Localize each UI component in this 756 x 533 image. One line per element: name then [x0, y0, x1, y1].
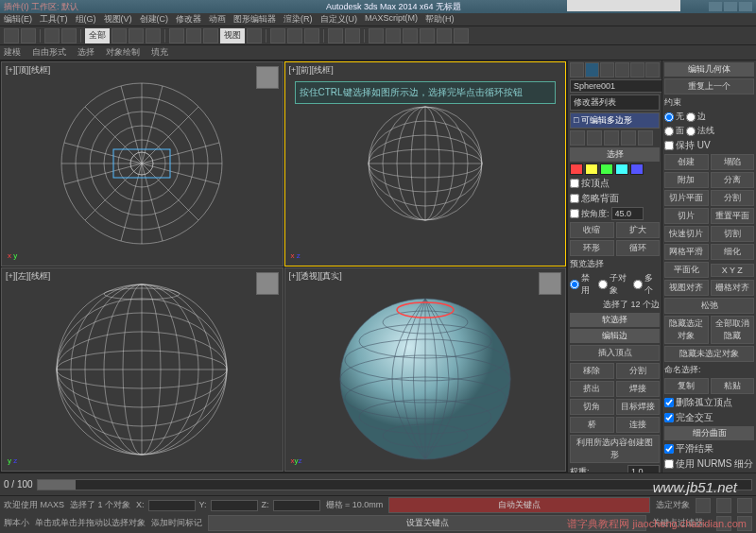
ring-button[interactable]: 环形 — [570, 240, 614, 256]
tab-modify[interactable] — [585, 62, 599, 77]
bridge-button[interactable]: 桥 — [570, 417, 614, 433]
menu-customize[interactable]: 自定义(U) — [320, 13, 358, 26]
curve-editor-button[interactable] — [386, 28, 401, 43]
remove-button[interactable]: 移除 — [570, 363, 614, 379]
ref-coord-dropdown[interactable]: 视图 — [220, 28, 245, 43]
menu-view[interactable]: 视图(V) — [104, 13, 132, 26]
collapse-button[interactable]: 塌陷 — [711, 154, 755, 170]
ribbon-populate[interactable]: 填充 — [151, 46, 168, 59]
viewcube-persp[interactable] — [539, 272, 561, 295]
nav-pan-button[interactable] — [737, 498, 752, 513]
snap-button[interactable] — [270, 28, 285, 43]
link-button[interactable] — [44, 28, 60, 43]
configure-button[interactable] — [638, 130, 653, 146]
by-vertex-check[interactable]: 按顶点 — [570, 177, 660, 190]
tab-display[interactable] — [630, 62, 644, 77]
maximize-icon[interactable] — [724, 2, 737, 11]
schematic-button[interactable] — [403, 28, 418, 43]
time-slider[interactable] — [37, 479, 752, 490]
rollout-selection[interactable]: 选择 — [570, 147, 660, 162]
play-button[interactable] — [696, 498, 711, 513]
render-button[interactable] — [454, 28, 469, 43]
connect-button[interactable]: 连接 — [616, 417, 661, 433]
x-input[interactable] — [148, 500, 196, 511]
material-editor-button[interactable] — [420, 28, 435, 43]
grid-align-button[interactable]: 栅格对齐 — [711, 280, 755, 296]
select-filter-dropdown[interactable]: 全部 — [85, 28, 110, 43]
attach-button[interactable]: 附加 — [664, 172, 709, 188]
subobj-border[interactable] — [600, 163, 613, 175]
tab-utilities[interactable] — [645, 62, 660, 77]
subobj-vertex[interactable] — [570, 163, 583, 175]
viewport-front[interactable]: [+][前][线框] 按住CTRL键选择如图所示边，选择完毕点击循环按钮 x z — [284, 61, 567, 266]
menu-help[interactable]: 帮助(H) — [425, 13, 455, 26]
redo-button[interactable] — [21, 28, 36, 43]
menu-tools[interactable]: 工具(T) — [40, 13, 68, 26]
viewport-top[interactable]: [+][顶][线框] x y — [1, 61, 284, 266]
menu-graph[interactable]: 图形编辑器 — [233, 13, 276, 26]
ribbon-freeform[interactable]: 自由形式 — [32, 46, 66, 59]
z-input[interactable] — [273, 500, 320, 511]
rollout-editgeom[interactable]: 编辑几何体 — [664, 62, 754, 77]
ribbon-select[interactable]: 选择 — [77, 46, 94, 59]
angle-spinner[interactable] — [611, 207, 644, 220]
presel-multi[interactable]: 多个 — [633, 272, 660, 297]
undo-button[interactable] — [4, 28, 19, 43]
weld-button[interactable]: 焊接 — [616, 381, 661, 397]
full-interact-check[interactable]: 完全交互 — [664, 411, 754, 424]
pin-stack-button[interactable] — [570, 130, 585, 146]
menu-maxscript[interactable]: MAXScript(M) — [365, 13, 418, 26]
grow-button[interactable]: 扩大 — [616, 222, 661, 238]
select-button[interactable] — [112, 28, 127, 43]
select-region-button[interactable] — [146, 28, 161, 43]
create-button[interactable]: 创建 — [664, 154, 709, 170]
ribbon-modeling[interactable]: 建模 — [4, 46, 21, 59]
menu-modifiers[interactable]: 修改器 — [176, 13, 201, 26]
shrink-button[interactable]: 收缩 — [570, 222, 614, 238]
ribbon-paint[interactable]: 对象绘制 — [106, 46, 140, 59]
insert-vert-button[interactable]: 插入顶点 — [570, 345, 660, 361]
cut-button[interactable]: 切割 — [711, 226, 755, 242]
preserve-uv-check[interactable]: 保持 UV — [664, 139, 754, 152]
hide-unsel-button[interactable]: 隐藏未选定对象 — [664, 346, 754, 362]
menu-render[interactable]: 渲染(R) — [284, 13, 313, 26]
by-angle-check[interactable]: 按角度: — [570, 208, 610, 220]
ignore-back-check[interactable]: 忽略背面 — [570, 192, 660, 205]
y-input[interactable] — [211, 500, 258, 511]
pivot-button[interactable] — [247, 28, 262, 43]
unlink-button[interactable] — [61, 28, 77, 43]
con-edge[interactable]: 边 — [686, 111, 706, 123]
presel-subobj[interactable]: 子对象 — [598, 272, 632, 297]
tab-hierarchy[interactable] — [600, 62, 614, 77]
con-face[interactable]: 面 — [664, 125, 684, 137]
layer-button[interactable] — [369, 28, 384, 43]
xyz-button[interactable]: X Y Z — [711, 264, 755, 277]
smooth-result-check[interactable]: 平滑结果 — [664, 442, 754, 456]
modifier-stack[interactable]: □ 可编辑多边形 — [570, 112, 660, 129]
modifier-list-dropdown[interactable]: 修改器列表 — [570, 95, 660, 111]
close-icon[interactable] — [739, 2, 752, 11]
rollout-editedge[interactable]: 编辑边 — [570, 329, 660, 343]
copy-button[interactable]: 复制 — [664, 378, 709, 394]
loop-button[interactable]: 循环 — [616, 240, 661, 256]
move-button[interactable] — [169, 28, 184, 43]
scale-button[interactable] — [203, 28, 218, 43]
tess-button[interactable]: 细化 — [711, 244, 755, 260]
unhide-button[interactable]: 全部取消隐藏 — [711, 316, 755, 344]
unique-button[interactable] — [604, 130, 619, 146]
detach-button[interactable]: 分离 — [711, 172, 755, 188]
show-result-button[interactable] — [587, 130, 602, 146]
remove-mod-button[interactable] — [621, 130, 636, 146]
tab-create[interactable] — [570, 62, 584, 77]
menu-animation[interactable]: 动画 — [209, 13, 226, 26]
viewcube-left[interactable] — [256, 272, 279, 295]
rollout-subdiv[interactable]: 细分曲面 — [664, 426, 754, 440]
menu-group[interactable]: 组(G) — [76, 13, 96, 26]
subobj-poly[interactable] — [615, 163, 628, 175]
vp-label-top[interactable]: [+][顶][线框] — [6, 64, 50, 77]
target-weld-button[interactable]: 目标焊接 — [616, 399, 661, 415]
split-button[interactable]: 分割 — [616, 363, 661, 379]
time-tag-label[interactable]: 添加时间标记 — [151, 517, 202, 529]
viewport-perspective[interactable]: [+][透视][真实] xyz — [284, 267, 567, 473]
tab-motion[interactable] — [615, 62, 629, 77]
